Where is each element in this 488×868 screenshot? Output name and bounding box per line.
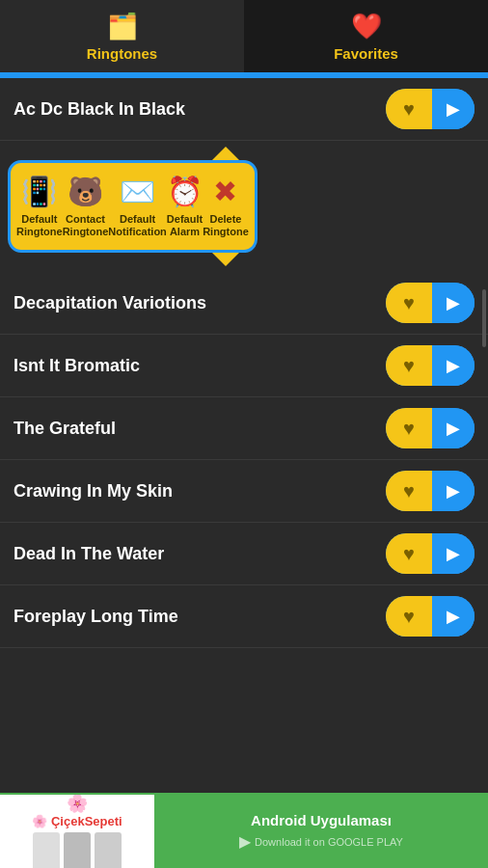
song-title-1: Ac Dc Black In Black <box>14 99 185 120</box>
song-title-2: Decapitation Variotions <box>14 293 206 313</box>
favorite-button-2[interactable]: ♥ <box>386 283 432 323</box>
tab-favorites-label: Favorites <box>334 45 398 62</box>
ad-right: Android Uygulaması ▶ Download it on GOOG… <box>154 794 488 868</box>
action-buttons-2: ♥ ▶ <box>386 283 474 323</box>
ad-logo: 🌸 🌸 ÇiçekSepeti <box>0 794 154 868</box>
action-buttons-6: ♥ ▶ <box>386 533 474 574</box>
song-row-6[interactable]: Dead In The Water ♥ ▶ <box>0 523 488 585</box>
default-ringtone-label: DefaultRingtone <box>16 213 63 238</box>
default-notification-icon: ✉️ <box>120 175 155 208</box>
ad-subtitle-text: Download it on GOOGLE PLAY <box>255 836 403 848</box>
favorite-button-1[interactable]: ♥ <box>386 89 432 129</box>
action-default-alarm[interactable]: ⏰ DefaultAlarm <box>167 175 203 238</box>
ringtones-icon: 🗂️ <box>107 12 138 41</box>
song-row-2[interactable]: Decapitation Variotions ♥ ▶ <box>0 272 488 335</box>
play-button-7[interactable]: ▶ <box>432 596 474 637</box>
popup-content: 📳 DefaultRingtone 🐻 ContactRingtone ✉️ D… <box>8 160 258 253</box>
action-buttons-7: ♥ ▶ <box>386 596 474 637</box>
google-play-icon: ▶ <box>239 832 251 851</box>
play-button-1[interactable]: ▶ <box>432 89 474 129</box>
play-button-4[interactable]: ▶ <box>432 408 474 448</box>
default-alarm-icon: ⏰ <box>167 175 203 208</box>
popup-arrow-up <box>212 147 239 160</box>
song-row-3[interactable]: Isnt It Bromatic ♥ ▶ <box>0 335 488 397</box>
song-row-1[interactable]: Ac Dc Black In Black ♥ ▶ <box>0 78 488 141</box>
tab-favorites[interactable]: ❤️ Favorites <box>244 0 488 72</box>
action-default-ringtone[interactable]: 📳 DefaultRingtone <box>16 175 63 238</box>
action-delete-ringtone[interactable]: ✖ DeleteRingtone <box>203 175 249 238</box>
default-notification-label: DefaultNotification <box>108 213 167 238</box>
favorite-button-6[interactable]: ♥ <box>386 533 432 574</box>
ad-logo-text: 🌸 ÇiçekSepeti <box>32 814 122 828</box>
action-buttons-4: ♥ ▶ <box>386 408 474 448</box>
delete-ringtone-label: DeleteRingtone <box>203 213 249 238</box>
song-title-6: Dead In The Water <box>14 544 164 564</box>
action-contact-ringtone[interactable]: 🐻 ContactRingtone <box>63 175 109 238</box>
play-button-2[interactable]: ▶ <box>432 283 474 323</box>
favorite-button-3[interactable]: ♥ <box>386 345 432 386</box>
ad-title: Android Uygulaması <box>251 812 392 828</box>
scroll-indicator <box>482 289 486 347</box>
song-row-4[interactable]: The Grateful ♥ ▶ <box>0 397 488 460</box>
tab-ringtones[interactable]: 🗂️ Ringtones <box>0 0 244 72</box>
song-row-5[interactable]: Crawing In My Skin ♥ ▶ <box>0 460 488 523</box>
popup-row: 📳 DefaultRingtone 🐻 ContactRingtone ✉️ D… <box>0 141 488 272</box>
play-button-6[interactable]: ▶ <box>432 533 474 574</box>
tab-bar: 🗂️ Ringtones ❤️ Favorites <box>0 0 488 72</box>
tab-ringtones-label: Ringtones <box>87 45 157 62</box>
favorites-icon: ❤️ <box>351 12 382 41</box>
play-button-5[interactable]: ▶ <box>432 471 474 511</box>
default-ringtone-icon: 📳 <box>21 175 57 208</box>
song-title-4: The Grateful <box>14 419 116 439</box>
popup-arrow-down <box>212 253 239 266</box>
ad-banner[interactable]: 🌸 🌸 ÇiçekSepeti Android Uygulaması ▶ Dow… <box>0 793 488 868</box>
default-alarm-label: DefaultAlarm <box>167 213 203 238</box>
action-buttons-3: ♥ ▶ <box>386 345 474 386</box>
ad-subtitle: ▶ Download it on GOOGLE PLAY <box>239 832 403 851</box>
favorite-button-5[interactable]: ♥ <box>386 471 432 511</box>
song-row-7[interactable]: Foreplay Long Time ♥ ▶ <box>0 585 488 648</box>
song-title-5: Crawing In My Skin <box>14 481 173 502</box>
song-title-7: Foreplay Long Time <box>14 607 178 627</box>
favorite-button-7[interactable]: ♥ <box>386 596 432 637</box>
action-default-notification[interactable]: ✉️ DefaultNotification <box>108 175 167 238</box>
song-title-3: Isnt It Bromatic <box>14 356 140 376</box>
delete-ringtone-icon: ✖ <box>213 175 237 208</box>
action-buttons-1: ♥ ▶ <box>386 89 474 129</box>
favorite-button-4[interactable]: ♥ <box>386 408 432 448</box>
contact-ringtone-label: ContactRingtone <box>63 213 109 238</box>
action-buttons-5: ♥ ▶ <box>386 471 474 511</box>
play-button-3[interactable]: ▶ <box>432 345 474 386</box>
contact-ringtone-icon: 🐻 <box>68 175 103 208</box>
